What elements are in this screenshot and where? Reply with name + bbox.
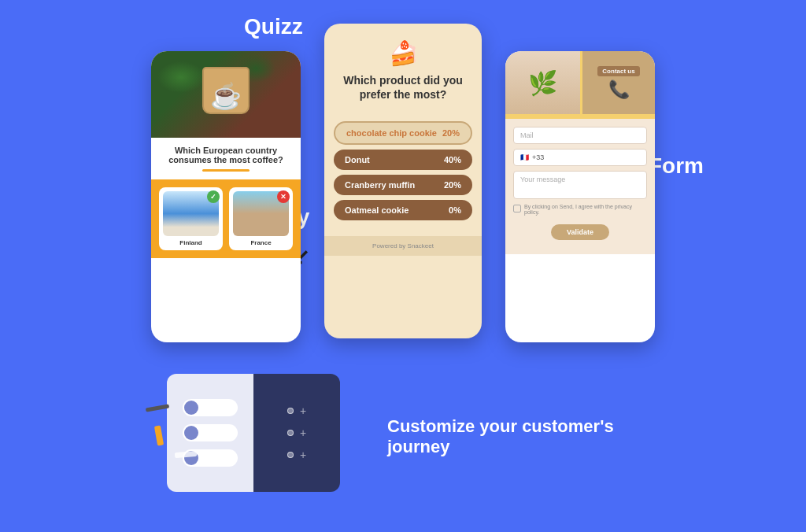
survey-option-choc: chocolate chip cookie 20% [334, 121, 472, 145]
validate-button[interactable]: Validate [551, 224, 609, 240]
finland-label: Finland [179, 239, 202, 246]
quiz-option-france: ✕ France [229, 187, 293, 250]
phone-icon: 📞 [608, 79, 630, 100]
form-top-grid: 🌿 Contact us 📞 [505, 51, 655, 116]
form-fields: Mail 🇫🇷 +33 Your message By clicking on … [505, 119, 655, 254]
phone-form: 🌿 Contact us 📞 Mail 🇫🇷 +33 Your message … [505, 51, 655, 342]
oat-label: Oatmeal cookie [345, 205, 409, 215]
plant-image: 🌿 [505, 51, 580, 114]
oat-percent: 0% [449, 205, 461, 215]
choc-percent: 20% [442, 128, 460, 138]
contact-us-label: Contact us [597, 66, 639, 76]
privacy-text: By clicking on Send, I agree with the pr… [524, 204, 647, 215]
dot-2 [287, 430, 294, 436]
privacy-checkbox[interactable] [513, 205, 521, 212]
device-left-panel [167, 374, 253, 492]
device-right-panel: + + + [253, 374, 340, 492]
survey-option-cranberry: Cranberry muffin 20% [334, 175, 472, 195]
quiz-question: Which European country consumes the most… [151, 138, 301, 169]
cranberry-percent: 20% [444, 180, 461, 190]
device-mockup: + + + [167, 374, 340, 500]
message-field[interactable]: Your message [513, 171, 647, 199]
survey-option-donut: Donut 40% [334, 150, 472, 170]
survey-option-oat: Oatmeal cookie 0% [334, 200, 472, 220]
contact-box: Contact us 📞 [580, 51, 655, 114]
toggle-1[interactable] [183, 399, 238, 416]
quiz-options: ✓ Finland ✕ France [151, 179, 301, 258]
quiz-option-finland: ✓ Finland [159, 187, 223, 250]
plus-icon-1: + [300, 405, 306, 417]
plus-icon-2: + [300, 427, 306, 439]
dot-1 [287, 408, 294, 414]
survey-footer: Powered by Snackeet [324, 236, 482, 256]
bottom-section: + + + Customize your customer's journey [0, 358, 806, 515]
phone-survey: 🍰 Which product did you prefer the most?… [324, 24, 482, 338]
mail-field[interactable]: Mail [513, 127, 647, 144]
phone-field[interactable]: 🇫🇷 +33 [513, 149, 647, 166]
dot-row-1: + [287, 405, 306, 417]
label-quizz: Quizz [244, 14, 303, 39]
cake-icon: 🍰 [336, 39, 470, 67]
validate-btn-row: Validate [513, 220, 647, 246]
dot-3 [287, 452, 294, 458]
dot-row-2: + [287, 427, 306, 439]
survey-options: chocolate chip cookie 20% Donut 40% Cran… [324, 121, 482, 228]
coffee-cup [202, 67, 250, 114]
donut-label: Donut [345, 155, 370, 164]
survey-top: 🍰 Which product did you prefer the most? [324, 24, 482, 121]
france-label: France [250, 239, 271, 246]
label-form: Form [649, 153, 704, 179]
phone-prefix: +33 [532, 153, 544, 161]
toggle-knob-1 [184, 401, 198, 415]
privacy-checkbox-row: By clicking on Send, I agree with the pr… [513, 204, 647, 215]
plus-icon-3: + [300, 449, 306, 461]
dot-row-3: + [287, 449, 306, 461]
cross-icon: ✕ [277, 190, 290, 203]
leaves-bg [151, 51, 301, 138]
coffee-image [151, 51, 301, 138]
powered-by-text: Powered by Snackeet [372, 242, 434, 249]
quiz-underline [202, 169, 250, 172]
phone-quiz: Which European country consumes the most… [151, 51, 301, 342]
flag-icon: 🇫🇷 [520, 153, 529, 161]
donut-percent: 40% [444, 155, 461, 164]
customize-text: Customize your customer's journey [387, 416, 639, 457]
top-section: Quizz Survey Form ← ↙ ↘ Which European c… [0, 0, 806, 350]
toggle-knob-2 [184, 426, 198, 440]
check-icon: ✓ [207, 190, 220, 203]
toggle-2[interactable] [183, 424, 238, 441]
cranberry-label: Cranberry muffin [345, 180, 415, 190]
choc-label: chocolate chip cookie [346, 128, 437, 138]
survey-question: Which product did you prefer the most? [336, 73, 470, 102]
